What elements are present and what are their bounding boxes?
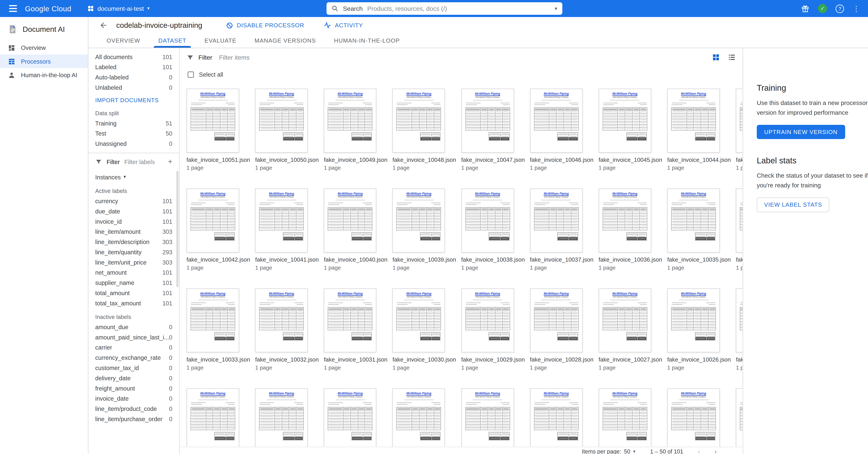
document-card[interactable]: McWilliam Piping International Piping Co… xyxy=(461,288,525,371)
document-card[interactable]: McWilliam Piping International Piping Co… xyxy=(530,88,593,171)
next-page-icon[interactable]: › xyxy=(715,449,716,454)
document-thumbnail[interactable]: McWilliam Piping International Piping Co… xyxy=(736,88,743,152)
document-card[interactable]: McWilliam Piping International Piping Co… xyxy=(324,189,388,271)
document-thumbnail[interactable]: McWilliam Piping International Piping Co… xyxy=(255,189,308,253)
document-thumbnail[interactable]: McWilliam Piping International Piping Co… xyxy=(530,88,583,152)
filter-row-unlabeled[interactable]: Unlabeled 0 xyxy=(88,82,179,92)
document-thumbnail[interactable]: McWilliam Piping International Piping Co… xyxy=(667,88,720,152)
document-card[interactable]: McWilliam Piping International Piping Co… xyxy=(530,388,593,454)
filter-row-total-amount[interactable]: total_amount 101 xyxy=(88,288,179,298)
document-card[interactable]: McWilliam Piping International Piping Co… xyxy=(186,288,250,371)
filter-items-input[interactable]: Filter items xyxy=(219,54,707,61)
document-card[interactable]: McWilliam Piping International Piping Co… xyxy=(393,189,456,271)
hamburger-menu-icon[interactable] xyxy=(6,1,21,16)
filter-row-training[interactable]: Training 51 xyxy=(88,118,179,128)
filter-row-total-tax-amount[interactable]: total_tax_amount 101 xyxy=(88,298,179,308)
document-thumbnail[interactable]: McWilliam Piping International Piping Co… xyxy=(461,388,514,452)
document-thumbnail[interactable]: McWilliam Piping International Piping Co… xyxy=(598,189,651,253)
document-thumbnail[interactable]: McWilliam Piping International Piping Co… xyxy=(461,88,514,152)
filter-row-due-date[interactable]: due_date 101 xyxy=(88,206,179,216)
filter-row-supplier-name[interactable]: supplier_name 101 xyxy=(88,278,179,288)
document-card[interactable]: McWilliam Piping International Piping Co… xyxy=(186,88,250,171)
document-thumbnail[interactable]: McWilliam Piping International Piping Co… xyxy=(461,288,514,352)
document-card[interactable]: McWilliam Piping International Piping Co… xyxy=(393,88,456,171)
document-thumbnail[interactable]: McWilliam Piping International Piping Co… xyxy=(667,189,720,253)
project-selector[interactable]: document-ai-test ▾ xyxy=(87,5,150,12)
document-thumbnail[interactable]: McWilliam Piping International Piping Co… xyxy=(393,189,445,253)
back-arrow-icon[interactable] xyxy=(98,20,108,30)
document-card[interactable]: McWilliam Piping International Piping Co… xyxy=(667,88,731,171)
document-thumbnail[interactable]: McWilliam Piping International Piping Co… xyxy=(667,388,720,452)
tab-evaluate[interactable]: EVALUATE xyxy=(195,33,245,48)
filter-row-currency-exchange-rate[interactable]: currency_exchange_rate 0 xyxy=(88,352,179,363)
filter-row-amount-paid-since-last-i[interactable]: amount_paid_since_last_i... 0 xyxy=(88,332,179,342)
document-thumbnail[interactable]: McWilliam Piping International Piping Co… xyxy=(530,288,583,352)
document-card[interactable]: McWilliam Piping International Piping Co… xyxy=(461,88,525,171)
document-thumbnail[interactable]: McWilliam Piping International Piping Co… xyxy=(667,288,720,352)
filter-row-line-item-amount[interactable]: line_item/amount 303 xyxy=(88,226,179,237)
panel-scrollbar[interactable] xyxy=(176,171,179,287)
document-card[interactable]: McWilliam Piping International Piping Co… xyxy=(598,88,662,171)
document-thumbnail[interactable]: McWilliam Piping International Piping Co… xyxy=(324,388,377,452)
filter-row-unassigned[interactable]: Unassigned 0 xyxy=(88,139,179,149)
filter-row-invoice-date[interactable]: invoice_date 0 xyxy=(88,393,179,404)
document-thumbnail[interactable]: McWilliam Piping International Piping Co… xyxy=(736,288,743,352)
document-thumbnail[interactable]: McWilliam Piping International Piping Co… xyxy=(186,288,239,352)
document-thumbnail[interactable]: McWilliam Piping International Piping Co… xyxy=(598,88,651,152)
disable-processor-button[interactable]: DISABLE PROCESSOR xyxy=(226,22,304,29)
filter-row-all-documents[interactable]: All documents 101 xyxy=(88,52,179,62)
grid-view-icon[interactable] xyxy=(712,53,720,61)
document-card[interactable]: McWilliam Piping International Piping Co… xyxy=(461,388,525,454)
document-thumbnail[interactable]: McWilliam Piping International Piping Co… xyxy=(530,189,583,253)
document-card[interactable]: McWilliam Piping International Piping Co… xyxy=(530,189,593,271)
document-card[interactable]: McWilliam Piping International Piping Co… xyxy=(598,189,662,271)
document-card[interactable]: McWilliam Piping International Piping Co… xyxy=(393,388,456,454)
filter-row-line-item-quantity[interactable]: line_item/quantity 293 xyxy=(88,247,179,257)
document-thumbnail[interactable]: McWilliam Piping International Piping Co… xyxy=(393,388,445,452)
list-view-icon[interactable] xyxy=(728,53,736,61)
document-card[interactable]: McWilliam Piping International Piping Co… xyxy=(255,288,319,371)
google-cloud-logo[interactable]: Google Cloud xyxy=(25,4,71,13)
tab-human-in-the-loop[interactable]: HUMAN-IN-THE-LOOP xyxy=(325,33,409,48)
document-thumbnail[interactable]: McWilliam Piping International Piping Co… xyxy=(186,189,239,253)
account-status-icon[interactable]: ✓ xyxy=(818,4,827,13)
document-card[interactable]: McWilliam Piping International Piping Co… xyxy=(530,288,593,371)
filter-row-carrier[interactable]: carrier 0 xyxy=(88,342,179,352)
filter-labels-input[interactable]: Filter labels xyxy=(124,158,163,165)
document-card[interactable]: McWilliam Piping International Piping Co… xyxy=(736,288,743,371)
document-card[interactable]: McWilliam Piping International Piping Co… xyxy=(186,388,250,454)
view-label-stats-button[interactable]: VIEW LABEL STATS xyxy=(757,197,830,212)
help-icon[interactable]: ? xyxy=(836,4,844,13)
sidebar-item-human-in-the-loop-ai[interactable]: Human-in-the-loop AI xyxy=(0,68,88,82)
document-card[interactable]: McWilliam Piping International Piping Co… xyxy=(324,88,388,171)
filter-row-delivery-date[interactable]: delivery_date 0 xyxy=(88,373,179,383)
filter-row-freight-amount[interactable]: freight_amount 0 xyxy=(88,383,179,393)
sidebar-item-processors[interactable]: Processors xyxy=(0,54,88,68)
import-documents-button[interactable]: IMPORT DOCUMENTS xyxy=(88,92,179,107)
more-options-icon[interactable]: ⋮ xyxy=(852,4,860,13)
document-thumbnail[interactable]: McWilliam Piping International Piping Co… xyxy=(186,88,239,152)
filter-row-line-item-purchase-order[interactable]: line_item/purchase_order 0 xyxy=(88,414,179,424)
document-thumbnail[interactable]: McWilliam Piping International Piping Co… xyxy=(186,388,239,452)
document-thumbnail[interactable]: McWilliam Piping International Piping Co… xyxy=(324,88,377,152)
filter-row-line-item-product-code[interactable]: line_item/product_code 0 xyxy=(88,404,179,414)
document-thumbnail[interactable]: McWilliam Piping International Piping Co… xyxy=(598,388,651,452)
filter-row-labeled[interactable]: Labeled 101 xyxy=(88,62,179,72)
items-per-page-select[interactable]: Items per page: 50 ▾ xyxy=(582,449,636,454)
document-thumbnail[interactable]: McWilliam Piping International Piping Co… xyxy=(393,288,445,352)
document-card[interactable]: McWilliam Piping International Piping Co… xyxy=(461,189,525,271)
filter-row-line-item-description[interactable]: line_item/description 303 xyxy=(88,237,179,247)
document-thumbnail[interactable]: McWilliam Piping International Piping Co… xyxy=(461,189,514,253)
document-card[interactable]: McWilliam Piping International Piping Co… xyxy=(255,388,319,454)
document-card[interactable]: McWilliam Piping International Piping Co… xyxy=(736,388,743,454)
filter-row-net-amount[interactable]: net_amount 101 xyxy=(88,267,179,278)
sidebar-item-overview[interactable]: Overview xyxy=(0,41,88,54)
instances-dropdown[interactable]: Instances ▾ xyxy=(88,169,179,185)
document-card[interactable]: McWilliam Piping International Piping Co… xyxy=(393,288,456,371)
document-thumbnail[interactable]: McWilliam Piping International Piping Co… xyxy=(255,88,308,152)
document-thumbnail[interactable]: McWilliam Piping International Piping Co… xyxy=(530,388,583,452)
document-card[interactable]: McWilliam Piping International Piping Co… xyxy=(598,288,662,371)
tab-manage-versions[interactable]: MANAGE VERSIONS xyxy=(245,33,325,48)
document-card[interactable]: McWilliam Piping International Piping Co… xyxy=(736,88,743,171)
previous-page-icon[interactable]: ‹ xyxy=(698,449,700,454)
